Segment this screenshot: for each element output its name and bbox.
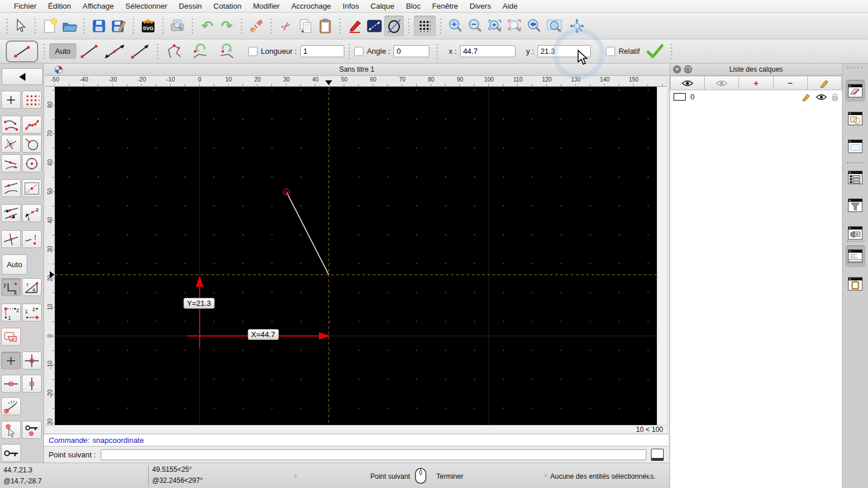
dock-layers-button[interactable] (845, 80, 865, 102)
auto-snap-button[interactable]: Auto (49, 43, 76, 59)
snap-circle-button[interactable] (22, 135, 42, 153)
dock-library-button[interactable] (845, 135, 865, 157)
redo-segment-button[interactable] (214, 41, 240, 62)
menu-item[interactable]: Bloc (400, 2, 426, 10)
zoom-in-button[interactable] (446, 16, 465, 36)
menu-item[interactable]: Calque (365, 2, 400, 10)
snap-grid-button[interactable] (22, 91, 42, 109)
zoom-window-button[interactable] (544, 16, 566, 36)
add-layer-button[interactable]: + (739, 76, 773, 90)
draw-pencil-button[interactable] (345, 16, 365, 36)
redo-button[interactable]: ↷ (217, 16, 237, 36)
corner-order-b-button[interactable]: 12 (22, 304, 42, 321)
command-window-toggle-button[interactable] (651, 449, 664, 461)
menu-item[interactable]: Aide (496, 2, 523, 10)
undo-button[interactable]: ↶ (197, 16, 217, 36)
command-history[interactable]: Commande: snapcoordinate (44, 434, 668, 446)
vertical-scrollbar[interactable] (657, 87, 667, 425)
menu-item[interactable]: Sélectionner (120, 2, 173, 10)
horizontal-constraint-button[interactable] (1, 375, 21, 393)
snap-tangent-button[interactable] (1, 204, 21, 222)
snap-in-rect-button[interactable] (22, 179, 42, 197)
zoom-out-button[interactable] (465, 16, 485, 36)
snap-endpoints-button[interactable] (1, 116, 21, 134)
sidebar-back-button[interactable] (2, 68, 43, 85)
grid-toggle-button[interactable] (414, 16, 436, 36)
menu-item[interactable]: Édition (42, 2, 77, 10)
new-document-button[interactable] (40, 16, 60, 36)
line-arrow-button[interactable] (127, 41, 153, 62)
drawing-canvas[interactable]: Y=21.3 X=44.7 (55, 87, 657, 425)
layer-row[interactable]: 0 (670, 90, 842, 103)
dock-drag-handle[interactable] (846, 66, 865, 69)
print-preview-button[interactable] (168, 16, 187, 36)
layer-edit-icon[interactable] (802, 93, 811, 101)
lock-relative-zero-button[interactable] (22, 421, 42, 439)
corner-order-a-button[interactable]: 12 (1, 304, 21, 321)
snap-divide-button[interactable]: 12 (22, 204, 42, 222)
snap-intersection-button[interactable] (1, 135, 21, 153)
select-cursor-button[interactable] (10, 16, 30, 36)
line-2points-button[interactable] (76, 41, 102, 62)
save-as-button[interactable] (109, 16, 128, 36)
menu-item[interactable]: Affichage (77, 2, 120, 10)
copy-button[interactable]: + (296, 16, 315, 36)
dock-entity-list-button[interactable] (845, 167, 865, 188)
angle-input[interactable] (393, 45, 429, 57)
line-both-arrows-button[interactable] (102, 41, 127, 62)
menu-item[interactable]: Infos (337, 2, 365, 10)
snap-center-button[interactable] (22, 154, 42, 172)
cut-button[interactable]: ✂ (276, 16, 296, 36)
snap-distance-button[interactable] (1, 179, 21, 197)
draft-mode-button[interactable] (384, 16, 404, 36)
restrict-orthogonal-button[interactable] (1, 230, 21, 248)
dock-filter-button[interactable] (845, 194, 865, 216)
longueur-checkbox[interactable] (248, 47, 258, 56)
crosshair-target-button[interactable] (22, 352, 42, 369)
snap-free-button[interactable] (1, 91, 21, 109)
remove-layer-button[interactable]: − (774, 76, 808, 90)
toolbar-drag-handle[interactable] (6, 16, 8, 36)
polyline-button[interactable] (163, 41, 187, 62)
sidebar-auto-button[interactable]: Auto (2, 254, 27, 275)
paste-button[interactable] (315, 16, 335, 36)
restrict-nothing-button[interactable]: ! (22, 230, 42, 248)
panel-close-button[interactable]: ✕ (673, 65, 681, 73)
menu-item[interactable]: Modifier (247, 2, 285, 10)
x-input[interactable] (460, 45, 516, 57)
menu-item[interactable]: Fichier (8, 2, 42, 10)
snap-middle-button[interactable] (1, 154, 21, 172)
relative-zero-button[interactable] (1, 444, 21, 462)
save-button[interactable] (89, 16, 109, 36)
menu-item[interactable]: Accrochage (285, 2, 337, 10)
coordinate-polar-button[interactable]: ra (22, 278, 42, 296)
layer-color-swatch[interactable] (674, 93, 686, 101)
menu-item[interactable]: Dessin (173, 2, 208, 10)
hide-all-layers-button[interactable] (705, 76, 739, 90)
relatif-checkbox[interactable] (606, 47, 615, 56)
longueur-input[interactable] (300, 45, 344, 57)
panel-undock-button[interactable]: ❐ (684, 65, 692, 73)
document-title-bar[interactable]: Sans titre 1 (45, 64, 668, 76)
snapcoordinate-command-button[interactable] (1, 328, 21, 346)
angle-checkbox[interactable] (354, 47, 363, 56)
layer-lock-icon[interactable] (832, 93, 838, 101)
menu-item[interactable]: Divers (464, 2, 497, 10)
y-input[interactable] (538, 45, 591, 57)
open-file-button[interactable] (60, 16, 79, 36)
snap-on-entity-button[interactable] (22, 116, 42, 134)
undo-segment-button[interactable] (187, 41, 214, 62)
coordinate-cartesian-button[interactable]: yx (1, 278, 21, 296)
vertical-constraint-button[interactable] (22, 375, 42, 393)
export-svg-button[interactable]: SVG (138, 16, 158, 36)
apply-coordinates-button[interactable] (643, 41, 667, 62)
menu-item[interactable]: Cotation (208, 2, 247, 10)
dock-command-button[interactable] (845, 245, 865, 267)
pick-point-button[interactable] (1, 421, 21, 439)
angle-gauge-button[interactable] (1, 397, 21, 415)
zoom-pan-button[interactable] (566, 16, 588, 36)
zoom-auto-button[interactable] (485, 16, 505, 36)
current-tool-line-button[interactable] (6, 40, 38, 62)
layer-visible-icon[interactable] (816, 94, 827, 101)
zoom-back-button[interactable] (524, 16, 544, 36)
